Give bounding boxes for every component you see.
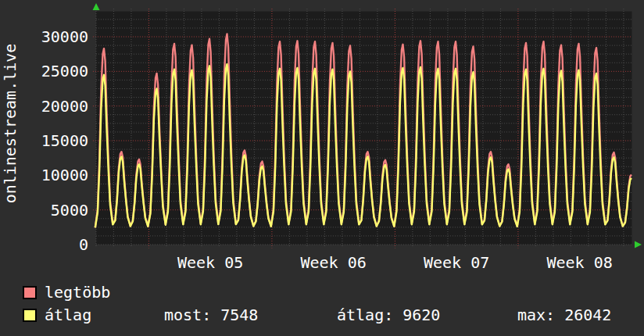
x-week-label: Week 08 [517,254,642,271]
legend-label-avg: átlag [45,306,91,323]
stat-most-value: 7548 [220,306,258,324]
stat-atlag-label: átlag: [337,306,393,324]
x-axis-arrow-icon [635,241,642,248]
stat-atlag-value: 9620 [402,306,440,324]
traffic-graph-panel: onlinestream.live 0500010000150002000025… [0,0,644,336]
legend-label-max: legtöbb [45,284,110,301]
x-week-label: Week 05 [148,254,273,271]
stat-max-value: 26042 [564,306,611,324]
y-tick-label: 10000 [0,166,88,184]
y-tick-label: 30000 [0,28,88,45]
stat-most-label: most: [164,306,211,324]
y-tick-label: 0 [0,236,88,253]
stat-max: max:26042 [517,306,611,323]
x-week-label: Week 07 [394,254,519,271]
legend-item-legtobb: legtöbb [23,284,110,301]
y-tick-label: 20000 [0,98,88,115]
y-tick-label: 15000 [0,132,88,149]
y-axis-arrow-icon [93,3,100,10]
stat-atlag: átlag:9620 [337,306,440,323]
stat-max-label: max: [517,306,555,324]
y-tick-label: 25000 [0,63,88,80]
stat-most: most:7548 [164,306,258,323]
legend-swatch-max-icon [23,286,37,299]
legend-item-atlag: átlag [23,306,91,323]
y-tick-label: 5000 [0,202,88,219]
legend-swatch-avg-icon [23,309,37,322]
x-week-label: Week 06 [271,254,396,271]
